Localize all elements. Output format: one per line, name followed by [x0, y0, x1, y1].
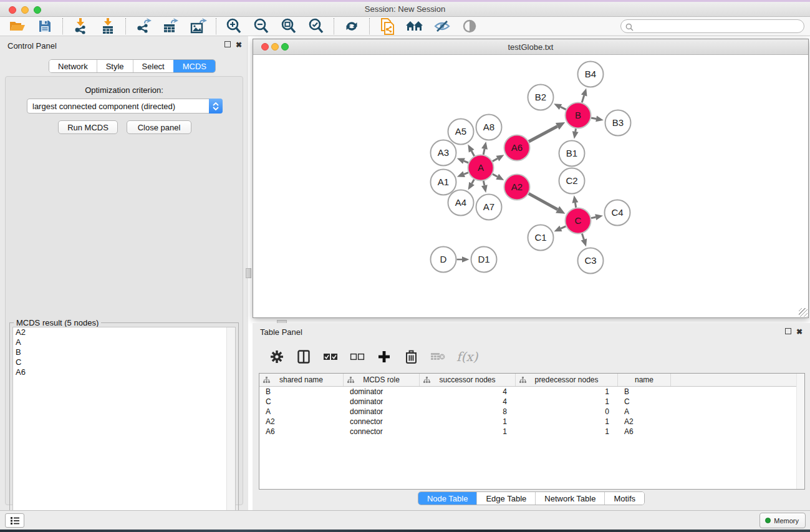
network-edge[interactable] [464, 161, 468, 163]
tab-network-table[interactable]: Network Table [535, 492, 604, 505]
table-cell[interactable]: A6 [259, 427, 344, 436]
network-overview-houses-icon[interactable] [405, 18, 424, 34]
import-table-icon[interactable] [99, 18, 117, 34]
table-cell[interactable]: 1 [516, 417, 618, 426]
table-cell[interactable]: A [618, 407, 671, 416]
window-resize-grip[interactable] [799, 308, 808, 317]
export-network-icon[interactable] [134, 18, 153, 34]
table-cell[interactable]: C [259, 397, 344, 406]
table-cell[interactable]: 1 [420, 417, 516, 426]
network-edge[interactable] [471, 151, 474, 156]
table-row[interactable]: Cdominator41C [259, 397, 804, 407]
tab-node-table[interactable]: Node Table [418, 492, 477, 505]
zoom-in-icon[interactable] [224, 18, 243, 34]
float-panel-icon[interactable] [224, 41, 231, 49]
column-header-shared-name[interactable]: shared name [259, 374, 344, 386]
table-row[interactable]: A2connector11A2 [259, 417, 804, 427]
table-cell[interactable]: 1 [516, 387, 618, 396]
memory-button[interactable]: Memory [759, 513, 806, 528]
refresh-layout-icon[interactable] [342, 18, 361, 34]
network-edge[interactable] [582, 234, 584, 240]
network-window-titlebar[interactable]: testGlobe.txt [253, 39, 808, 55]
delete-columns-trash-icon[interactable] [403, 349, 419, 365]
tab-mcds[interactable]: MCDS [173, 60, 215, 72]
show-columns-icon[interactable] [296, 349, 312, 365]
close-table-panel-icon[interactable]: ✖ [796, 328, 803, 336]
network-edge[interactable] [591, 217, 595, 218]
function-builder-icon[interactable]: f(x) [456, 349, 478, 364]
column-header-name[interactable]: name [618, 374, 671, 386]
table-cell[interactable]: A6 [618, 427, 671, 436]
hide-selected-eye-slash-icon[interactable] [433, 18, 451, 34]
network-edge[interactable] [591, 118, 596, 118]
zoom-out-icon[interactable] [252, 18, 271, 34]
network-edge[interactable] [529, 193, 557, 210]
network-edge[interactable] [493, 158, 498, 161]
select-all-icon[interactable] [322, 349, 339, 365]
mcds-result-item[interactable]: A6 [13, 367, 235, 377]
table-cell[interactable]: B [618, 387, 671, 396]
open-session-icon[interactable] [8, 18, 27, 34]
column-header-MCDS-role[interactable]: MCDS role [344, 374, 420, 386]
tab-motifs[interactable]: Motifs [604, 492, 644, 505]
mcds-result-item[interactable]: B [13, 347, 235, 357]
create-column-icon[interactable] [376, 349, 392, 365]
table-cell[interactable]: A2 [618, 417, 671, 426]
network-edge[interactable] [582, 95, 584, 102]
table-row[interactable]: A6connector11A6 [259, 427, 804, 437]
table-cell[interactable]: dominator [344, 397, 420, 406]
search-input[interactable] [620, 19, 804, 33]
export-table-icon[interactable] [162, 18, 180, 34]
float-table-panel-icon[interactable] [785, 328, 791, 336]
zoom-fit-icon[interactable] [279, 18, 298, 34]
clone-network-icon[interactable] [378, 18, 397, 34]
table-cell[interactable]: B [259, 387, 344, 396]
table-cell[interactable]: 1 [420, 427, 516, 436]
criterion-dropdown[interactable]: largest connected component (directed) [27, 99, 223, 114]
tab-edge-table[interactable]: Edge Table [476, 492, 535, 505]
table-mode-gear-icon[interactable] [269, 349, 285, 365]
zoom-selected-icon[interactable] [307, 18, 325, 34]
table-cell[interactable]: 1 [516, 427, 618, 436]
table-cell[interactable]: connector [344, 417, 420, 426]
table-cell[interactable]: 8 [420, 407, 516, 416]
close-panel-icon[interactable]: ✖ [236, 41, 242, 49]
column-header-predecessor-nodes[interactable]: predecessor nodes [516, 374, 618, 386]
splitter-grip[interactable] [246, 268, 251, 278]
run-mcds-button[interactable]: Run MCDS [58, 120, 118, 134]
table-cell[interactable]: dominator [344, 387, 420, 396]
network-edge[interactable] [561, 107, 566, 109]
mcds-result-item[interactable]: A2 [13, 327, 235, 337]
network-canvas[interactable]: B4B2BB3A8A5A6A3B1AC2A1A2A4A7C4CC1DD1C3 [254, 55, 809, 317]
table-scrollbar[interactable] [796, 374, 804, 489]
task-history-button[interactable] [5, 513, 24, 528]
table-cell[interactable]: 0 [516, 407, 618, 416]
network-edge[interactable] [472, 180, 475, 184]
delete-table-icon[interactable] [430, 349, 446, 365]
tab-style[interactable]: Style [97, 60, 133, 72]
table-cell[interactable]: 1 [516, 397, 618, 406]
deselect-all-icon[interactable] [349, 349, 365, 365]
import-network-icon[interactable] [71, 18, 90, 34]
tab-network[interactable]: Network [49, 60, 97, 72]
table-cell[interactable]: A2 [259, 417, 344, 426]
table-cell[interactable]: connector [344, 427, 420, 436]
export-image-icon[interactable] [189, 18, 208, 34]
mcds-result-item[interactable]: A [13, 337, 235, 347]
network-edge[interactable] [561, 226, 566, 229]
network-edge[interactable] [529, 127, 557, 142]
mcds-list-scrollbar[interactable] [226, 327, 235, 532]
close-panel-button[interactable]: Close panel [127, 120, 191, 134]
table-cell[interactable]: A [259, 407, 344, 416]
table-row[interactable]: Bdominator41B [259, 387, 804, 397]
network-edge[interactable] [464, 173, 468, 175]
tab-select[interactable]: Select [133, 60, 173, 72]
network-edge[interactable] [575, 203, 576, 208]
network-edge[interactable] [493, 174, 498, 177]
table-cell[interactable]: dominator [344, 407, 420, 416]
table-cell[interactable]: 4 [420, 387, 516, 396]
network-edge[interactable] [483, 181, 484, 185]
table-cell[interactable]: 4 [420, 397, 516, 406]
network-edge[interactable] [483, 149, 485, 155]
save-session-icon[interactable] [36, 18, 54, 34]
